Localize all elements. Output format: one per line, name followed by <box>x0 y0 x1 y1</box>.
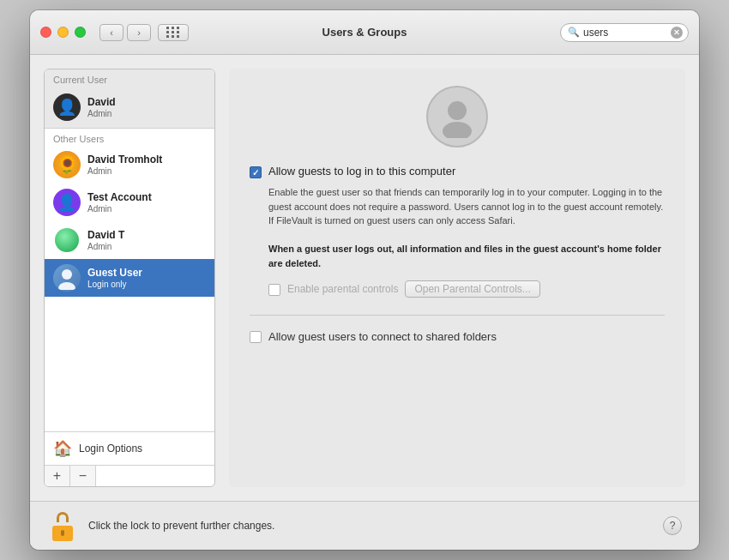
user-role-david-t: Admin <box>87 242 206 251</box>
user-item-david-tromholt[interactable]: 🌻 David Tromholt Admin <box>45 146 214 184</box>
svg-point-3 <box>443 122 472 138</box>
description-normal: Enable the guest user so that friends ca… <box>268 187 663 226</box>
user-item-test-account[interactable]: 👤 Test Account Admin <box>45 184 214 221</box>
sidebar: Current User 👤 David Admin Other Users <box>44 69 215 487</box>
login-options-item[interactable]: 🏠 Login Options <box>45 432 214 465</box>
guest-icon <box>55 266 79 290</box>
other-users-section-label: Other Users <box>45 129 214 146</box>
login-options-label: Login Options <box>79 443 142 455</box>
allow-guests-row: ✓ Allow guests to log in to this compute… <box>250 165 455 178</box>
user-name-david-tromholt: David Tromholt <box>87 154 206 167</box>
window-title: Users & Groups <box>322 26 407 39</box>
lock-text: Click the lock to prevent further change… <box>88 520 653 532</box>
current-user-item[interactable]: 👤 David Admin <box>45 87 214 128</box>
bottom-bar: Click the lock to prevent further change… <box>30 501 699 550</box>
lock-shackle <box>57 512 69 522</box>
allow-guests-checkbox[interactable]: ✓ <box>250 166 262 178</box>
close-button[interactable] <box>40 27 51 38</box>
titlebar: ‹ › Users & Groups 🔍 ✕ <box>30 10 699 55</box>
user-info-test-account: Test Account Admin <box>87 191 206 214</box>
sidebar-controls: + − <box>45 465 214 486</box>
avatar-test-account: 👤 <box>53 189 81 216</box>
search-input[interactable] <box>583 27 667 39</box>
maximize-button[interactable] <box>75 27 86 38</box>
checkmark-icon: ✓ <box>252 168 259 178</box>
grid-button[interactable] <box>158 24 189 41</box>
main-window: ‹ › Users & Groups 🔍 ✕ Current User <box>30 10 699 550</box>
sidebar-bottom: 🏠 Login Options + − <box>45 431 214 486</box>
user-name-david-t: David T <box>87 229 206 243</box>
search-icon: 🔍 <box>568 27 580 38</box>
lock-icon[interactable] <box>47 510 78 541</box>
divider <box>250 315 665 316</box>
main-panel: ✓ Allow guests to log in to this compute… <box>229 69 685 487</box>
parental-controls-row: Enable parental controls Open Parental C… <box>268 280 540 298</box>
avatar-david-tromholt: 🌻 <box>53 151 81 178</box>
other-users-section: Other Users 🌻 David Tromholt Admin 👤 <box>45 129 214 431</box>
grid-icon <box>166 27 180 38</box>
add-user-button[interactable]: + <box>45 466 70 486</box>
user-role-david-tromholt: Admin <box>87 166 206 176</box>
remove-user-button[interactable]: − <box>70 466 96 486</box>
guest-description: Enable the guest user so that friends ca… <box>268 185 665 270</box>
back-button[interactable]: ‹ <box>99 24 124 41</box>
user-role-test-account: Admin <box>87 204 206 214</box>
content-area: Current User 👤 David Admin Other Users <box>30 55 699 501</box>
svg-point-0 <box>62 269 72 280</box>
user-role-guest: Login only <box>87 280 206 289</box>
current-user-info: David Admin <box>87 96 206 119</box>
avatar-guest <box>53 264 81 292</box>
bold-warning: When a guest user logs out, all informat… <box>268 244 661 268</box>
house-icon: 🏠 <box>53 439 72 458</box>
user-info-david-t: David T Admin <box>87 229 206 252</box>
lock-body <box>52 526 73 541</box>
user-info-guest: Guest User Login only <box>87 267 206 290</box>
guest-avatar-large <box>426 86 488 148</box>
current-user-section: Current User 👤 David Admin <box>45 69 214 129</box>
svg-point-1 <box>58 282 75 290</box>
guest-silhouette-icon <box>436 95 479 138</box>
traffic-lights <box>40 27 86 38</box>
search-clear-button[interactable]: ✕ <box>671 27 683 39</box>
avatar-david-t <box>53 226 81 254</box>
user-name-guest: Guest User <box>87 267 206 280</box>
nav-buttons: ‹ › <box>99 24 151 41</box>
parental-controls-checkbox[interactable] <box>268 284 280 296</box>
allow-guests-label: Allow guests to log in to this computer <box>268 165 455 178</box>
user-item-david-t[interactable]: David T Admin <box>45 221 214 259</box>
current-user-avatar: 👤 <box>53 93 81 121</box>
current-user-section-label: Current User <box>45 69 214 87</box>
lock-keyhole <box>61 530 64 536</box>
user-name-test-account: Test Account <box>87 191 206 205</box>
shared-folders-checkbox[interactable] <box>250 331 262 343</box>
current-user-role: Admin <box>87 109 206 118</box>
open-parental-controls-button[interactable]: Open Parental Controls... <box>405 280 539 298</box>
user-info-david-tromholt: David Tromholt Admin <box>87 154 206 177</box>
shared-folders-label: Allow guest users to connect to shared f… <box>268 330 497 343</box>
current-user-name: David <box>87 96 206 110</box>
search-box[interactable]: 🔍 ✕ <box>560 23 689 42</box>
help-button[interactable]: ? <box>663 516 682 535</box>
shared-folders-row: Allow guest users to connect to shared f… <box>250 329 497 343</box>
forward-button[interactable]: › <box>127 24 151 41</box>
svg-point-2 <box>448 101 467 120</box>
parental-controls-label: Enable parental controls <box>287 283 398 295</box>
minimize-button[interactable] <box>57 27 69 38</box>
user-item-guest[interactable]: Guest User Login only <box>45 259 214 297</box>
